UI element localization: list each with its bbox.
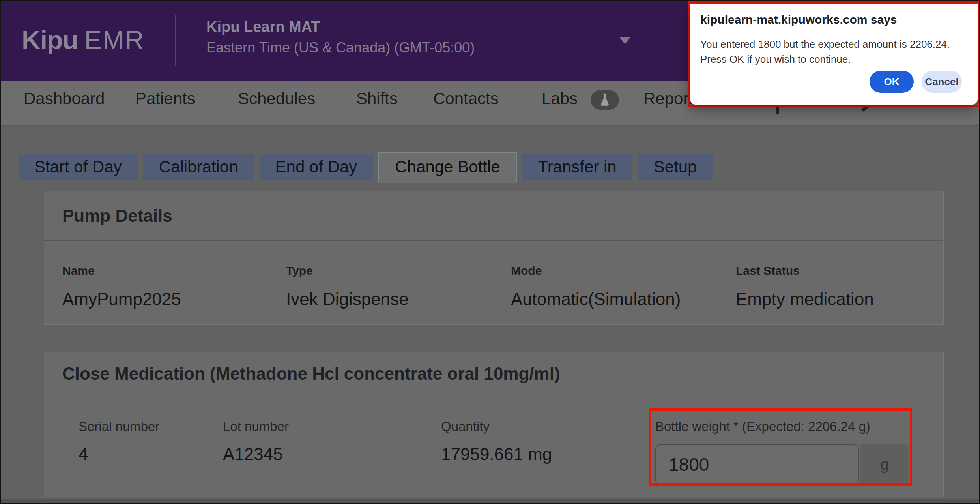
tab-start-of-day[interactable]: Start of Day: [19, 154, 138, 180]
kipu-emr-app-window: KipuEMR Kipu Learn MAT Eastern Time (US …: [0, 0, 980, 504]
browser-confirm-dialog: kipulearn-mat.kipuworks.com says You ent…: [690, 4, 978, 105]
nav-item-labs[interactable]: Labs: [542, 90, 578, 108]
pump-field-last-status: Last Status Empty medication: [736, 264, 874, 309]
med-field-serial-number: Serial number 4: [79, 419, 159, 464]
med-field-bottle-weight: Bottle weight * (Expected: 2206.24 g) g: [655, 419, 909, 485]
med-field-lot-number: Lot number A12345: [223, 419, 289, 464]
close-medication-title: Close Medication (Methadone Hcl concentr…: [62, 364, 560, 384]
dialog-buttons: OK Cancel: [870, 71, 962, 93]
nav-item-contacts[interactable]: Contacts: [433, 90, 499, 108]
chevron-down-icon[interactable]: [619, 37, 631, 44]
bottle-weight-unit: g: [860, 444, 909, 485]
ok-button[interactable]: OK: [870, 71, 914, 93]
pump-field-name: Name AmyPump2025: [62, 264, 181, 309]
header-divider: [175, 15, 176, 66]
field-label: Mode: [511, 264, 681, 277]
nav-item-shifts[interactable]: Shifts: [356, 90, 398, 108]
window-bottom-edge: [1, 499, 979, 503]
logo-emr: EMR: [84, 25, 145, 54]
pump-field-type: Type Ivek Digispense: [286, 264, 409, 309]
field-value: 4: [79, 444, 159, 464]
bottle-weight-input-group: g: [655, 444, 909, 485]
bottle-weight-label: Bottle weight * (Expected: 2206.24 g): [655, 419, 909, 434]
field-value: AmyPump2025: [62, 289, 181, 309]
field-value: Automatic(Simulation): [511, 289, 681, 309]
logo-kipu: Kipu: [22, 25, 78, 54]
field-value: 17959.661 mg: [441, 444, 552, 464]
kipu-emr-logo: KipuEMR: [22, 25, 144, 55]
annotation-red-box-dialog: kipulearn-mat.kipuworks.com says You ent…: [688, 1, 980, 107]
field-value: A12345: [223, 444, 289, 464]
pump-details-header: Pump Details: [44, 191, 943, 241]
field-label: Last Status: [736, 264, 874, 277]
facility-name: Kipu Learn MAT: [206, 19, 475, 36]
med-field-quantity: Quantity 17959.661 mg: [441, 419, 552, 464]
close-medication-card: Close Medication (Methadone Hcl concentr…: [44, 352, 944, 497]
cancel-button[interactable]: Cancel: [922, 71, 962, 93]
tab-change-bottle[interactable]: Change Bottle: [378, 152, 516, 183]
tab-end-of-day[interactable]: End of Day: [260, 154, 373, 180]
dialog-message-line2: Press OK if you wish to continue.: [700, 52, 966, 67]
field-label: Type: [286, 264, 409, 277]
field-label: Serial number: [79, 419, 159, 434]
facility-selector[interactable]: Kipu Learn MAT Eastern Time (US & Canada…: [206, 19, 475, 56]
tab-calibration[interactable]: Calibration: [143, 154, 254, 180]
flask-glyph: [598, 92, 612, 107]
field-label: Name: [62, 264, 181, 277]
dialog-message-line1: You entered 1800 but the expected amount…: [700, 37, 966, 52]
field-label: Quantity: [441, 419, 552, 434]
close-medication-header: Close Medication (Methadone Hcl concentr…: [44, 352, 943, 395]
bottle-weight-input[interactable]: [655, 444, 859, 485]
pump-details-card: Pump Details Name AmyPump2025 Type Ivek …: [44, 191, 944, 325]
pump-details-title: Pump Details: [62, 206, 172, 226]
nav-item-schedules[interactable]: Schedules: [238, 90, 315, 108]
tab-transfer-in[interactable]: Transfer in: [522, 154, 632, 180]
nav-item-dashboard[interactable]: Dashboard: [24, 90, 105, 108]
pump-tabs: Start of Day Calibration End of Day Chan…: [19, 154, 713, 183]
nav-item-patients[interactable]: Patients: [135, 90, 195, 108]
pump-field-mode: Mode Automatic(Simulation): [511, 264, 681, 309]
facility-timezone: Eastern Time (US & Canada) (GMT-05:00): [206, 39, 475, 56]
field-label: Lot number: [223, 419, 289, 434]
field-value: Empty medication: [736, 289, 874, 309]
dialog-title: kipulearn-mat.kipuworks.com says: [700, 13, 966, 26]
field-value: Ivek Digispense: [286, 289, 409, 309]
labs-flask-icon[interactable]: [591, 90, 619, 110]
tab-setup[interactable]: Setup: [638, 154, 713, 180]
